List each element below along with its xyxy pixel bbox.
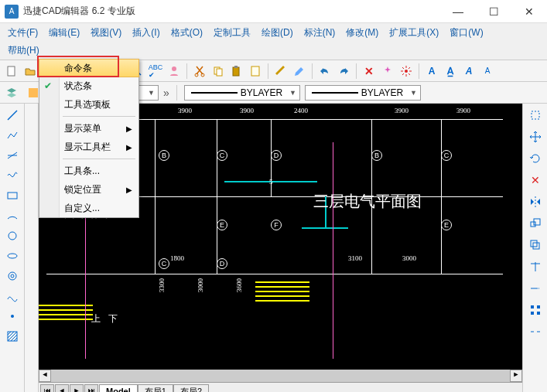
app-icon: A [5, 5, 19, 19]
menu-insert[interactable]: 插入(I) [128, 25, 164, 41]
lineweight-dropdown[interactable]: BYLAYER ▼ [305, 85, 421, 101]
popup-toolbars[interactable]: 工具条... [39, 162, 138, 180]
right-toolbar: ✕ [522, 104, 547, 392]
menu-annotate[interactable]: 标注(N) [299, 25, 340, 41]
svg-rect-20 [29, 88, 38, 97]
trim-tool-icon[interactable] [527, 258, 544, 275]
delete-x-icon[interactable]: ✕ [361, 63, 378, 80]
text-a1-icon[interactable]: A [423, 63, 440, 80]
tab-first-button[interactable]: ⏮ [40, 384, 54, 393]
menu-edit[interactable]: 编辑(E) [44, 25, 84, 41]
extend-tool-icon[interactable] [527, 280, 544, 297]
point-tool-icon[interactable] [4, 308, 21, 325]
array-tool-icon[interactable] [527, 302, 544, 319]
hatch-tool-icon[interactable] [4, 328, 21, 345]
hscrollbar[interactable]: ◄ ► [39, 370, 522, 382]
maximize-button[interactable]: ☐ [476, 0, 511, 23]
freehand-tool-icon[interactable] [4, 167, 21, 184]
select-tool-icon[interactable] [527, 107, 544, 124]
svg-point-27 [9, 272, 16, 280]
cut-icon[interactable] [191, 63, 208, 80]
svg-rect-43 [537, 312, 540, 315]
popup-statusbar[interactable]: ✔ 状态条 [39, 77, 138, 95]
svg-point-25 [9, 232, 16, 240]
mirror-tool-icon[interactable] [527, 193, 544, 210]
popup-lockpos[interactable]: 锁定位置▶ [39, 180, 138, 199]
svg-rect-40 [531, 305, 534, 308]
left-toolbar-2 [25, 104, 39, 392]
popup-cmdbar[interactable]: 命令条 [39, 59, 139, 77]
menu-extend[interactable]: 扩展工具(X) [385, 25, 443, 41]
rect-tool-icon[interactable] [4, 187, 21, 204]
menu-help[interactable]: 帮助(H) [3, 43, 44, 59]
wand-icon[interactable] [379, 63, 396, 80]
svg-rect-16 [233, 67, 239, 76]
brush-icon[interactable] [272, 63, 289, 80]
layers-icon[interactable] [3, 84, 20, 101]
text-a2-icon[interactable]: A̲ [442, 63, 459, 80]
menu-format[interactable]: 格式(O) [166, 25, 207, 41]
svg-rect-24 [8, 193, 17, 199]
tab-model[interactable]: Model [99, 384, 138, 393]
tab-layout2[interactable]: 布局2 [173, 384, 209, 393]
menu-bar-row2: 帮助(H) [0, 42, 547, 60]
svg-point-28 [11, 274, 14, 278]
menu-bar: 文件(F) 编辑(E) 视图(V) 插入(I) 格式(O) 定制工具 绘图(D)… [0, 23, 547, 42]
plan-title-main: 三层电气平面图 [313, 191, 422, 212]
arc-tool-icon[interactable] [4, 207, 21, 224]
burst-icon[interactable] [398, 63, 415, 80]
menu-window[interactable]: 窗口(W) [445, 25, 487, 41]
text-a3-icon[interactable]: A [460, 63, 477, 80]
line-tool-icon[interactable] [4, 107, 21, 124]
scale-tool-icon[interactable] [527, 215, 544, 232]
copy-icon[interactable] [210, 63, 227, 80]
rotate-tool-icon[interactable] [527, 150, 544, 167]
move-tool-icon[interactable] [527, 128, 544, 145]
tab-next-button[interactable]: ► [70, 384, 84, 393]
minimize-button[interactable]: — [440, 0, 476, 23]
spell-icon[interactable]: ABC✔ [147, 63, 164, 80]
linetype-value: BYLAYER [241, 87, 282, 98]
tab-last-button[interactable]: ⏭ [84, 384, 98, 393]
ray-tool-icon[interactable] [4, 147, 21, 164]
paste-icon[interactable] [228, 63, 245, 80]
ellipse-tool-icon[interactable] [4, 247, 21, 264]
menu-view[interactable]: 视图(V) [86, 25, 126, 41]
tab-layout1[interactable]: 布局1 [138, 384, 173, 393]
circle-tool-icon[interactable] [4, 227, 21, 244]
tab-prev-button[interactable]: ◄ [55, 384, 69, 393]
check-icon: ✔ [44, 80, 52, 91]
redo-icon[interactable] [335, 63, 352, 80]
pick-icon[interactable] [291, 63, 308, 80]
linetype-dropdown[interactable]: BYLAYER ▼ [184, 85, 300, 101]
popup-showmenu[interactable]: 显示菜单▶ [39, 119, 138, 138]
svg-rect-31 [532, 111, 539, 119]
new-icon[interactable] [3, 63, 20, 80]
popup-showtoolbar[interactable]: 显示工具栏▶ [39, 138, 138, 156]
svg-rect-17 [234, 66, 238, 68]
svg-rect-41 [537, 305, 540, 308]
menu-modify[interactable]: 修改(M) [341, 25, 383, 41]
svg-rect-18 [251, 66, 259, 76]
delete-tool-icon[interactable]: ✕ [527, 172, 544, 189]
close-button[interactable]: ✕ [511, 0, 547, 23]
menu-draw[interactable]: 绘图(D) [257, 25, 298, 41]
open-icon[interactable] [22, 63, 39, 80]
menu-custom[interactable]: 定制工具 [209, 25, 255, 41]
menu-file[interactable]: 文件(F) [3, 25, 43, 41]
popup-toolopts[interactable]: 工具选项板 [39, 95, 138, 114]
polyline-tool-icon[interactable] [4, 127, 21, 144]
person-icon[interactable] [166, 63, 183, 80]
svg-rect-35 [533, 243, 539, 249]
svg-point-26 [8, 254, 17, 258]
popup-customize[interactable]: 自定义... [39, 199, 138, 217]
clipboard-icon[interactable] [247, 63, 264, 80]
svg-rect-42 [531, 312, 534, 315]
text-a4-icon[interactable]: A [479, 63, 496, 80]
lineweight-value: BYLAYER [361, 87, 403, 98]
offset-tool-icon[interactable] [527, 237, 544, 254]
donut-tool-icon[interactable] [4, 268, 21, 285]
undo-icon[interactable] [316, 63, 333, 80]
break-tool-icon[interactable] [527, 323, 544, 340]
spline-tool-icon[interactable] [4, 288, 21, 305]
